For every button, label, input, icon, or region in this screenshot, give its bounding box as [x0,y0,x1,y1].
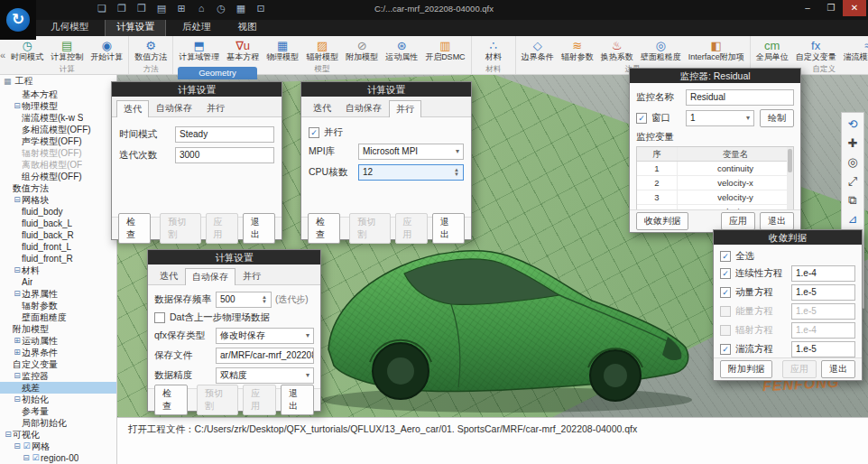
checked-checkbox-icon[interactable]: ☑ [22,441,32,452]
tree-item[interactable]: ⊟☑region-00 [0,452,116,464]
collapse-icon[interactable]: ⊟ [4,429,13,441]
tree-item[interactable]: fluid_back_L [0,218,116,229]
ribbon-button[interactable]: ▤计算控制 [47,37,87,64]
view-axis-x-icon[interactable]: ⊿ [844,209,862,228]
ribbon-button[interactable]: ⊘附加模型 [342,37,382,64]
window-checkbox[interactable] [636,113,647,124]
convergence-criteria-button[interactable]: 收敛判据 [636,212,688,230]
pan-icon[interactable]: ✚ [844,134,862,153]
tree-item[interactable]: fluid_body [0,206,116,218]
tree-item[interactable]: 离散相模型(OF [0,159,116,171]
save-file-input[interactable]: ar/MRF/car-mrf_202208⊡ [216,348,314,364]
ribbon-button[interactable]: ⬒计算域管理 [175,37,223,64]
monitor-name-input[interactable]: Residual [686,89,794,106]
tree-item[interactable]: ⊞运动属性 [0,335,116,347]
ribbon-button[interactable]: ◉开始计算 [87,37,126,64]
dialog-tab-0[interactable]: 迭代 [152,267,185,284]
criteria-value-input[interactable]: 1.e-5 [791,284,855,301]
tree-item[interactable]: ⊟物理模型 [0,100,116,112]
check-button[interactable]: 检查 [154,385,188,415]
tree-item[interactable]: fluid_back_R [0,229,116,241]
parallel-checkbox[interactable] [309,127,319,138]
tree-item[interactable]: ⊟网格块 [0,194,116,206]
ribbon-button[interactable]: fx自定义变量 [792,37,840,64]
export-icon[interactable]: ⊡ [254,2,267,15]
select-all-checkbox[interactable] [720,251,731,262]
exit-button[interactable]: 退出 [760,212,794,230]
criteria-value-input[interactable]: 1.e-4 [791,265,855,282]
grid-icon[interactable]: ▦ [235,2,247,15]
dialog-title[interactable]: 计算设置 [301,82,471,97]
tree-item[interactable]: 辐射参数 [0,300,116,311]
exit-button[interactable]: 退出 [243,213,275,244]
data-precision-select[interactable]: 双精度▾ [216,367,314,384]
tree-item[interactable]: 残差 [0,382,116,394]
table-row[interactable]: 3velocity-y [637,190,793,205]
criteria-value-input[interactable]: 1.e-5 [791,341,855,357]
tree-item[interactable]: ⊟可视化 [0,429,116,441]
dialog-title[interactable]: 计算设置 [112,82,282,97]
extra-criteria-button[interactable]: 附加判据 [720,360,772,378]
home-icon[interactable]: ⌂ [195,2,208,15]
tree-item[interactable]: ⊞边界条件 [0,347,116,358]
ribbon-button[interactable]: cm全局单位 [753,37,792,64]
equation-checkbox[interactable] [720,287,731,298]
dialog-tab-1[interactable]: 自动保存 [338,99,389,116]
ribbon-button[interactable]: ◧Interface附加项 [685,37,748,64]
tree-item[interactable]: 基本方程 [0,88,116,100]
main-tab-1[interactable]: 计算设置 [105,18,166,36]
dialog-title[interactable]: 监控器: Residual [630,69,800,83]
collapse-icon[interactable]: ⊟ [13,264,22,276]
check-button[interactable]: 检查 [118,213,151,244]
tree-item[interactable]: 壁面粗糙度 [0,311,116,323]
tree-item[interactable]: 数值方法 [0,182,116,194]
equation-checkbox[interactable] [720,344,731,355]
table-row[interactable]: 2velocity-x [637,176,793,190]
tree-item[interactable]: fluid_front_R [0,253,116,264]
ribbon-button[interactable]: ⊛运动属性 [382,37,421,64]
ribbon-button[interactable]: ◎壁面粗糙度 [637,37,685,64]
collapse-icon[interactable]: ⊟ [13,100,22,112]
ribbon-button[interactable]: ◇边界条件 [518,37,558,64]
plot-button[interactable]: 绘制 [760,109,794,127]
main-tab-3[interactable]: 视图 [227,19,268,36]
minimize-button[interactable]: – [796,0,819,16]
dialog-tab-2[interactable]: 并行 [235,267,268,284]
expand-icon[interactable]: ⊞ [13,335,22,347]
tree-item[interactable]: 附加模型 [0,323,116,335]
dialog-title[interactable]: 计算设置 [148,250,320,264]
ribbon-button[interactable]: ▦物理模型 [263,37,302,64]
tree-item[interactable]: ⊟监控器 [0,370,116,382]
tree-item[interactable]: fluid_front_L [0,241,116,253]
equation-checkbox[interactable] [720,268,731,279]
ribbon-button[interactable]: ≈湍流模型推荐 [840,37,868,64]
main-tab-2[interactable]: 后处理 [171,19,222,36]
tree-item[interactable]: 参考量 [0,405,116,417]
qfx-save-type-select[interactable]: 修改时保存▾ [216,328,314,344]
window-number-select[interactable]: 1▾ [686,110,754,126]
collapse-icon[interactable]: ⊟ [13,288,22,300]
check-button[interactable]: 检查 [308,213,340,244]
main-tab-0[interactable]: 几何模型 [40,19,99,36]
collapse-icon[interactable]: ⊟ [13,370,22,382]
mpi-select[interactable]: Microsoft MPI▾ [358,144,464,160]
dialog-tab-2[interactable]: 并行 [389,100,421,117]
ribbon-button[interactable]: ∇u基本方程 [223,37,263,64]
save-frequency-stepper[interactable]: 500▲▼ [216,292,272,308]
collapse-icon[interactable]: ⊟ [13,441,22,452]
tree-item[interactable]: 多相流模型(OFF) [0,124,116,135]
dialog-tab-0[interactable]: 迭代 [116,100,149,117]
expand-icon[interactable]: ⊞ [13,347,22,358]
zoom-icon[interactable]: ◎ [844,153,862,172]
tree-item[interactable]: 辐射模型(OFF) [0,147,116,159]
collapse-icon[interactable]: ⊟ [22,452,31,464]
fit-view-icon[interactable]: ⤢ [844,172,862,190]
save-as-icon[interactable]: ▤ [155,2,168,15]
tree-item[interactable]: ⊟边界属性 [0,288,116,300]
tree-item[interactable]: 声学模型(OFF) [0,135,116,147]
collapse-icon[interactable]: ⊟ [13,394,22,405]
table-scrollbar[interactable] [787,147,793,219]
tree-item[interactable]: 组分模型(OFF) [0,171,116,182]
window-zoom-icon[interactable]: ⧉ [844,190,862,209]
viewport-tab-geometry[interactable]: Geometry [178,67,257,79]
